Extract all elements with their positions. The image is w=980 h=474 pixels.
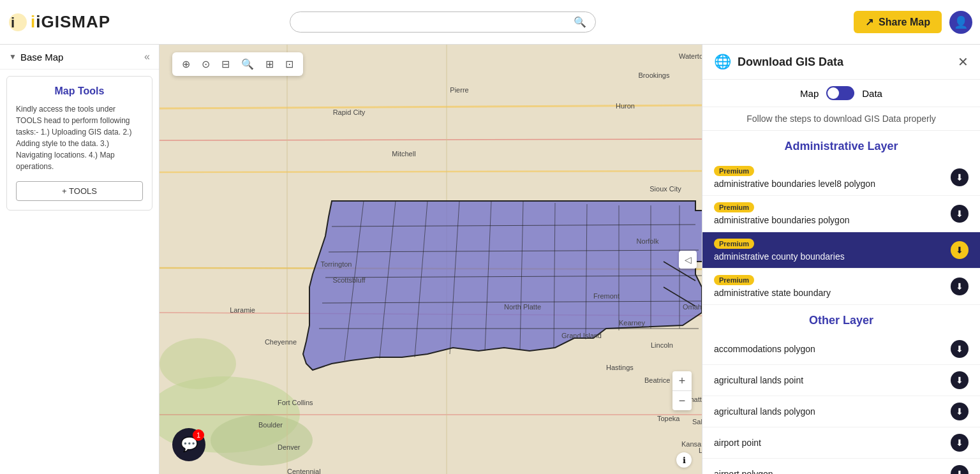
svg-text:Cheyenne: Cheyenne — [265, 338, 297, 346]
layer-info: Premium administrative state boundary — [714, 275, 831, 298]
recenter-button[interactable]: ◁ — [679, 251, 697, 269]
map-area[interactable]: Watertown Brookings Huron Pierre Rapid C… — [160, 45, 702, 474]
svg-text:Fremont: Fremont — [593, 292, 620, 300]
other-layers-list: accommodations polygon ⬇ agricultural la… — [702, 334, 980, 474]
svg-text:Leavenworth: Leavenworth — [699, 447, 702, 454]
user-avatar[interactable]: 👤 — [949, 11, 972, 34]
layer-info: agricultural lands polygon — [714, 406, 815, 417]
premium-badge: Premium — [714, 202, 754, 212]
locate-button[interactable]: ⊕ — [179, 56, 193, 72]
svg-text:Pierre: Pierre — [450, 86, 468, 94]
search-icon[interactable]: 🔍 — [574, 16, 586, 28]
admin-layer-item[interactable]: Premium administrative boundaries polygo… — [702, 196, 980, 232]
globe-icon: 🌐 — [714, 54, 731, 70]
svg-text:Beatrice: Beatrice — [644, 376, 670, 384]
svg-text:Torrington: Torrington — [321, 260, 352, 268]
premium-badge: Premium — [714, 166, 754, 176]
svg-text:Laramie: Laramie — [230, 306, 255, 314]
download-button[interactable]: ⬇ — [951, 403, 969, 420]
layer-name: agricultural lands point — [714, 375, 803, 385]
download-button[interactable]: ⬇ — [951, 241, 969, 259]
svg-text:Fort Collins: Fort Collins — [278, 399, 313, 406]
admin-layer-item[interactable]: Premium administrative state boundary ⬇ — [702, 269, 980, 305]
toggle-knob — [828, 87, 839, 99]
toggle-data-label: Data — [862, 88, 882, 99]
share-map-button[interactable]: ↗ Share Map — [854, 11, 942, 33]
layer-name: airport point — [714, 438, 761, 448]
admin-layer-item[interactable]: Premium administrative county boundaries… — [702, 232, 980, 269]
header-right: ↗ Share Map 👤 — [854, 11, 972, 34]
other-layer-item[interactable]: agricultural lands polygon ⬇ — [702, 396, 980, 427]
download-button[interactable]: ⬇ — [951, 371, 969, 389]
svg-text:Grand Island: Grand Island — [561, 332, 602, 339]
admin-layer-item[interactable]: Premium administrative boundaries level8… — [702, 159, 980, 196]
map-zoom-control: + − — [672, 371, 692, 410]
sidebar-title-area: ▼ Base Map — [9, 52, 63, 63]
download-button[interactable]: ⬇ — [951, 168, 969, 186]
panel-content[interactable]: Administrative Layer Premium administrat… — [702, 131, 980, 474]
download-button[interactable]: ⬇ — [951, 340, 969, 358]
panel-toggle: Map Data — [702, 80, 980, 107]
download-button[interactable]: ⬇ — [951, 278, 969, 295]
layer-name: airport polygon — [714, 469, 773, 474]
download-button[interactable]: ⬇ — [951, 434, 969, 452]
svg-text:Mitchell: Mitchell — [392, 150, 415, 158]
download-button[interactable]: ⬇ — [951, 205, 969, 223]
svg-text:Norfolk: Norfolk — [637, 237, 659, 245]
search-bar[interactable]: 🔍 — [290, 11, 596, 33]
svg-text:Hastings: Hastings — [606, 364, 634, 371]
print-button[interactable]: ⊟ — [218, 56, 233, 72]
main-content: ▼ Base Map « Map Tools Kindly access the… — [0, 45, 980, 474]
share-icon: ↗ — [865, 16, 873, 28]
svg-text:Denver: Denver — [278, 443, 301, 451]
svg-text:Boulder: Boulder — [258, 421, 283, 429]
svg-text:Rapid City: Rapid City — [333, 108, 366, 116]
svg-text:Sioux City: Sioux City — [650, 185, 681, 193]
panel-close-button[interactable]: ✕ — [958, 54, 969, 70]
svg-text:Watertown: Watertown — [679, 52, 702, 60]
map-tools-title: Map Tools — [16, 85, 143, 97]
layer-info: agricultural lands point — [714, 375, 803, 385]
other-layer-item[interactable]: airport point ⬇ — [702, 427, 980, 459]
logo-i: i — [31, 12, 36, 31]
premium-badge: Premium — [714, 275, 754, 285]
zoom-in-button[interactable]: + — [672, 371, 692, 390]
sidebar-collapse-button[interactable]: « — [144, 51, 150, 63]
other-layer-header: Other Layer — [702, 305, 980, 334]
svg-text:North Platte: North Platte — [504, 303, 541, 311]
map-toolbar: ⊕ ⊙ ⊟ 🔍 ⊞ ⊡ — [172, 52, 303, 76]
header: i iiGISMAP 🔍 ↗ Share Map 👤 — [0, 0, 980, 45]
zoom-search-button[interactable]: 🔍 — [238, 56, 257, 72]
svg-text:Salina: Salina — [692, 418, 702, 426]
download-button[interactable]: ⬇ — [951, 465, 969, 474]
layers-button[interactable]: ⊞ — [262, 56, 277, 72]
other-layer-item[interactable]: accommodations polygon ⬇ — [702, 334, 980, 365]
tools-extra-button[interactable]: ⊡ — [282, 56, 297, 72]
sidebar-header: ▼ Base Map « — [0, 45, 159, 70]
other-layer-item[interactable]: agricultural lands point ⬇ — [702, 365, 980, 396]
layer-info: Premium administrative boundaries polygo… — [714, 202, 849, 225]
logo-text: iiGISMAP — [31, 12, 110, 32]
search-input[interactable] — [299, 17, 574, 27]
panel-header: 🌐 Download GIS Data ✕ — [702, 45, 980, 80]
layer-info: Premium administrative boundaries level8… — [714, 166, 875, 189]
map-data-toggle[interactable] — [826, 86, 854, 100]
tools-button[interactable]: + TOOLS — [16, 181, 143, 201]
svg-text:Brookings: Brookings — [639, 71, 670, 79]
logo-main-text: iGISMAP — [36, 12, 110, 31]
map-info-icon[interactable]: ℹ — [676, 452, 692, 468]
premium-badge: Premium — [714, 239, 754, 249]
layer-name: accommodations polygon — [714, 344, 815, 354]
chat-bubble[interactable]: 💬 1 — [172, 428, 205, 461]
logo-area: i iiGISMAP — [8, 12, 161, 33]
chevron-icon: ▼ — [9, 52, 17, 61]
other-layer-item[interactable]: airport polygon ⬇ — [702, 459, 980, 474]
center-button[interactable]: ⊙ — [198, 56, 213, 72]
zoom-out-button[interactable]: − — [672, 391, 692, 410]
logo-icon: i — [8, 12, 28, 33]
panel-title-text: Download GIS Data — [738, 56, 843, 69]
toggle-map-label: Map — [800, 88, 819, 99]
svg-text:Lincoln: Lincoln — [651, 341, 673, 349]
svg-text:Omaha: Omaha — [683, 303, 702, 311]
layer-name: administrative boundaries level8 polygon — [714, 179, 875, 189]
